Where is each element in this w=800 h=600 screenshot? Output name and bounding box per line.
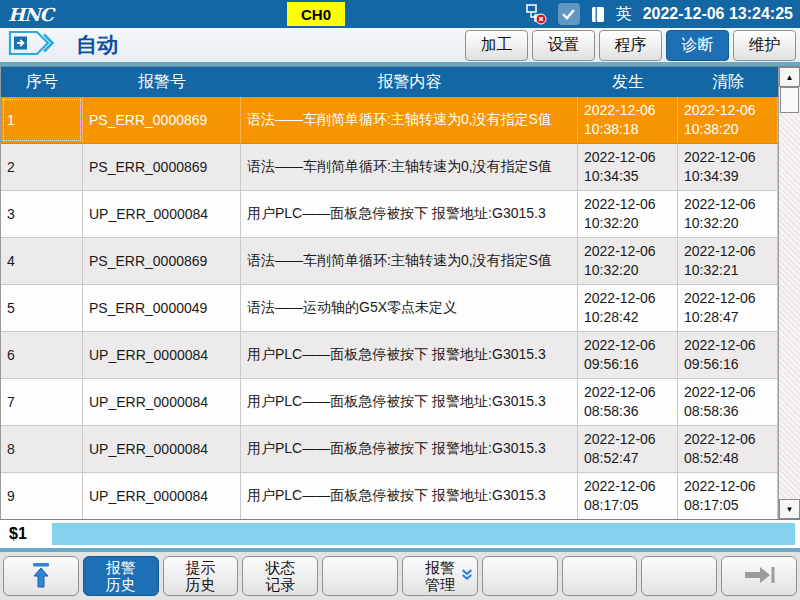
main-menu-tabs: 加工 设置 程序 诊断 维护 [465,30,800,61]
softkey-empty-8[interactable] [562,556,638,596]
workmode-icon [591,6,605,23]
auto-mode-icon [8,29,60,61]
tab-maintenance[interactable]: 维护 [733,30,796,61]
language-indicator[interactable]: 英 [616,4,632,25]
table-row[interactable]: 1 PS_ERR_0000869 语法——车削简单循环:主轴转速为0,没有指定S… [1,97,778,144]
vertical-scrollbar[interactable]: ▲ ▼ [778,67,800,519]
scroll-up-button[interactable]: ▲ [779,67,800,87]
softkey-empty-5[interactable] [322,556,398,596]
ok-check-icon [558,3,580,25]
softkey-empty-9[interactable] [641,556,717,596]
softkey-prompt-history[interactable]: 提示 历史 [163,556,239,596]
table-header-row: 序号 报警号 报警内容 发生 清除 [1,67,778,97]
col-header-index: 序号 [1,67,83,97]
tab-diagnosis[interactable]: 诊断 [666,30,729,61]
table-row[interactable]: 2 PS_ERR_0000869 语法——车削简单循环:主轴转速为0,没有指定S… [1,144,778,191]
scrollbar-track[interactable] [779,113,800,499]
tab-program[interactable]: 程序 [599,30,662,61]
mdi-input-bar[interactable] [52,523,795,545]
datetime-display: 2022-12-06 13:24:25 [643,5,795,23]
softkey-next-page[interactable] [721,556,797,596]
softkey-bar: 报警 历史 提示 历史 状态 记录 报警 管理 [0,552,800,600]
table-row[interactable]: 3 UP_ERR_0000084 用户PLC——面板急停被按下 报警地址:G30… [1,191,778,238]
table-row[interactable]: 7 UP_ERR_0000084 用户PLC——面板急停被按下 报警地址:G30… [1,379,778,426]
next-page-icon [741,565,777,588]
col-header-content: 报警内容 [241,67,578,97]
table-row[interactable]: 5 PS_ERR_0000049 语法——运动轴的G5X零点未定义 2022-1… [1,285,778,332]
softkey-status-record[interactable]: 状态 记录 [242,556,318,596]
title-bar: HNC CH0 英 2022-12-06 13:24:25 [0,0,800,28]
col-header-alarm-no: 报警号 [83,67,241,97]
scroll-down-button[interactable]: ▼ [779,499,800,519]
table-row[interactable]: 4 PS_ERR_0000869 语法——车削简单循环:主轴转速为0,没有指定S… [1,238,778,285]
double-chevron-down-icon [460,568,474,585]
col-header-cleared: 清除 [678,67,778,97]
network-disconnected-icon [525,4,547,26]
table-row[interactable]: 9 UP_ERR_0000084 用户PLC——面板急停被按下 报警地址:G30… [1,473,778,519]
hnc-logo: HNC [0,4,53,25]
table-row[interactable]: 8 UP_ERR_0000084 用户PLC——面板急停被按下 报警地址:G30… [1,426,778,473]
scrollbar-thumb[interactable] [780,87,799,113]
channel-badge: CH0 [287,2,345,26]
softkey-empty-7[interactable] [482,556,558,596]
table-row[interactable]: 6 UP_ERR_0000084 用户PLC——面板急停被按下 报警地址:G30… [1,332,778,379]
softkey-alarm-manage[interactable]: 报警 管理 [402,556,478,596]
tab-settings[interactable]: 设置 [532,30,595,61]
mode-title: 自动 [76,31,118,59]
mode-bar: 自动 加工 设置 程序 诊断 维护 [0,28,800,66]
softkey-return-top[interactable] [3,556,79,596]
alarm-history-table: 序号 报警号 报警内容 发生 清除 1 PS_ERR_0000869 语法——车… [0,66,800,520]
tab-machining[interactable]: 加工 [465,30,528,61]
col-header-occurred: 发生 [578,67,678,97]
channel-label: $1 [0,525,52,543]
up-arrow-icon [29,561,53,592]
status-bar: $1 [0,520,800,552]
softkey-alarm-history[interactable]: 报警 历史 [83,556,159,596]
